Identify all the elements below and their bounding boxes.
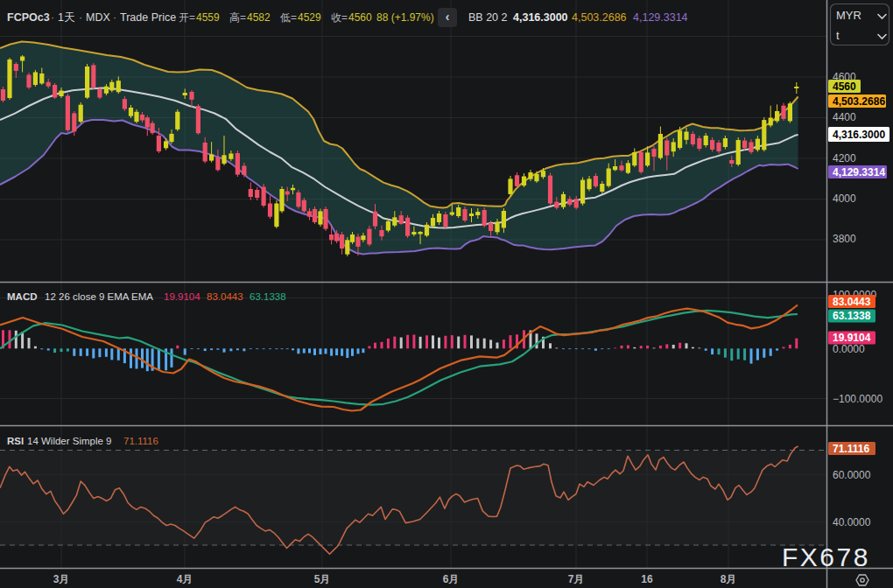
svg-text:4,503.2686: 4,503.2686: [833, 95, 885, 108]
svg-text:‹: ‹: [446, 10, 450, 24]
svg-text:FX678: FX678: [782, 542, 870, 571]
svg-text:·: ·: [79, 11, 82, 24]
svg-text:开=: 开=: [179, 11, 195, 24]
svg-text:14 Wilder Simple 9: 14 Wilder Simple 9: [27, 436, 112, 446]
svg-text:60.0000: 60.0000: [833, 469, 871, 481]
svg-text:t: t: [836, 29, 840, 42]
svg-text:Trade Price: Trade Price: [120, 11, 176, 24]
svg-text:19.9104: 19.9104: [164, 291, 200, 302]
svg-text:83.0443: 83.0443: [833, 296, 871, 308]
svg-text:71.1116: 71.1116: [123, 436, 158, 446]
svg-text:4560: 4560: [833, 80, 856, 93]
svg-text:4,503.2686: 4,503.2686: [572, 11, 627, 24]
svg-text:MACD: MACD: [7, 291, 38, 302]
svg-text:4000: 4000: [833, 192, 856, 205]
svg-text:4,129.3314: 4,129.3314: [833, 166, 885, 178]
svg-text:7月: 7月: [568, 573, 585, 585]
svg-text:3800: 3800: [833, 233, 856, 245]
svg-text:40.0000: 40.0000: [833, 516, 871, 528]
svg-text:88 (+1.97%): 88 (+1.97%): [376, 11, 434, 24]
svg-text:收=: 收=: [331, 11, 348, 24]
svg-text:BB 20 2: BB 20 2: [468, 11, 508, 24]
svg-text:−100.0000: −100.0000: [833, 393, 882, 405]
svg-text:·: ·: [113, 11, 116, 24]
svg-text:4月: 4月: [177, 573, 193, 585]
svg-text:71.1116: 71.1116: [833, 443, 869, 455]
svg-text:83.0443: 83.0443: [207, 291, 243, 302]
svg-text:4582: 4582: [247, 11, 271, 24]
svg-text:16: 16: [641, 573, 653, 585]
svg-text:4529: 4529: [298, 11, 321, 24]
svg-text:63.1338: 63.1338: [833, 310, 871, 322]
svg-text:MYR: MYR: [836, 9, 861, 22]
svg-text:FCPOc3: FCPOc3: [7, 11, 50, 24]
svg-text:4,129.3314: 4,129.3314: [633, 11, 688, 24]
svg-text:4,316.3000: 4,316.3000: [513, 11, 568, 24]
svg-text:MDX: MDX: [86, 11, 110, 24]
svg-text:·: ·: [51, 11, 54, 24]
svg-text:高=: 高=: [229, 11, 246, 24]
svg-text:RSI: RSI: [7, 436, 24, 446]
svg-text:6月: 6月: [443, 573, 460, 585]
svg-text:4200: 4200: [833, 152, 856, 164]
svg-text:4,316.3000: 4,316.3000: [833, 129, 885, 141]
svg-text:低=: 低=: [280, 11, 297, 24]
svg-text:4559: 4559: [196, 11, 220, 24]
svg-text:12 26 close 9 EMA EMA: 12 26 close 9 EMA EMA: [45, 291, 153, 302]
svg-text:1天: 1天: [58, 11, 75, 24]
svg-text:4560: 4560: [348, 11, 372, 24]
svg-text:5月: 5月: [314, 573, 331, 585]
svg-text:63.1338: 63.1338: [250, 291, 286, 302]
svg-text:3月: 3月: [53, 573, 70, 585]
svg-text:0.0000: 0.0000: [833, 343, 865, 355]
svg-text:4400: 4400: [833, 111, 856, 123]
svg-text:8月: 8月: [721, 573, 737, 585]
